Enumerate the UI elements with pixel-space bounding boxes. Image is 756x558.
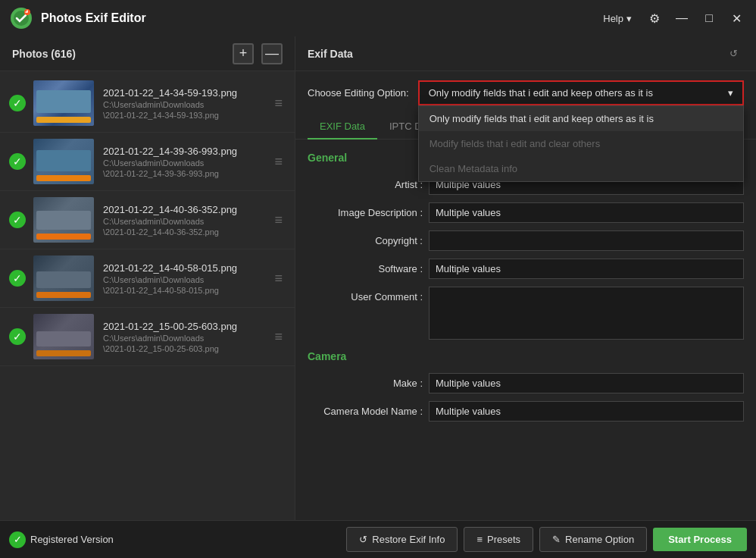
photo-thumbnail — [33, 139, 94, 184]
field-input-image-description[interactable] — [429, 202, 744, 223]
photo-menu-icon[interactable]: ≡ — [271, 209, 286, 231]
main-layout: Photos (616) + — ✓ 2021-01-22_14-34-59-1… — [0, 36, 756, 520]
settings-button[interactable]: ⚙ — [644, 8, 665, 29]
exif-data-title: Exif Data — [308, 48, 723, 60]
list-item[interactable]: ✓ 2021-01-22_14-34-59-193.png C:\Users\a… — [0, 74, 295, 133]
field-input-copyright[interactable] — [429, 230, 744, 251]
dropdown-item-1: Modify fields that i edit and clear othe… — [419, 131, 743, 156]
field-label-image-description: Image Description : — [308, 202, 429, 218]
field-label-software: Software : — [308, 259, 429, 274]
remove-photo-button[interactable]: — — [261, 43, 283, 64]
start-process-button[interactable]: Start Process — [653, 528, 747, 551]
list-item[interactable]: ✓ 2021-01-22_14-40-58-015.png C:\Users\a… — [0, 249, 295, 308]
field-textarea-user-comment[interactable] — [429, 287, 744, 340]
field-label-make: Make : — [308, 373, 429, 389]
restore-btn-label: Restore Exif Info — [372, 534, 445, 545]
photos-count-title: Photos (616) — [12, 48, 225, 60]
rename-btn-label: Rename Option — [565, 534, 634, 545]
chevron-down-icon: ▾ — [626, 13, 632, 24]
title-bar: Photos Exif Editor Help ▾ ⚙ — □ ✕ — [0, 0, 756, 36]
field-input-make[interactable] — [429, 373, 744, 393]
photo-path2: \2021-01-22_14-40-36-352.png — [103, 227, 271, 237]
help-menu[interactable]: Help ▾ — [603, 13, 632, 24]
app-logo — [9, 6, 33, 30]
tab-exif-data[interactable]: EXIF Data — [308, 114, 377, 140]
photo-path2: \2021-01-22_14-34-59-193.png — [103, 111, 271, 120]
photo-checkbox[interactable]: ✓ — [9, 95, 26, 111]
field-label-user-comment: User Comment : — [308, 287, 429, 303]
photo-menu-icon[interactable]: ≡ — [271, 92, 286, 114]
photo-menu-icon[interactable]: ≡ — [271, 326, 286, 348]
registered-icon: ✓ — [9, 531, 26, 548]
list-item[interactable]: ✓ 2021-01-22_14-39-36-993.png C:\Users\a… — [0, 133, 295, 191]
add-photo-button[interactable]: + — [233, 43, 254, 64]
presets-icon: ≡ — [476, 534, 483, 545]
dropdown-item-0[interactable]: Only modify fields that i edit and keep … — [419, 106, 743, 131]
bottom-bar: ✓ Registered Version ↺ Restore Exif Info… — [0, 520, 756, 558]
photo-thumbnail — [33, 80, 94, 126]
photo-checkbox[interactable]: ✓ — [9, 212, 26, 228]
photo-path1: C:\Users\admin\Downloads — [103, 158, 271, 168]
field-input-camera-model[interactable] — [429, 401, 744, 422]
list-item[interactable]: ✓ 2021-01-22_15-00-25-603.png C:\Users\a… — [0, 308, 295, 366]
photo-info: 2021-01-22_15-00-25-603.png C:\Users\adm… — [103, 321, 271, 353]
list-item[interactable]: ✓ 2021-01-22_14-40-36-352.png C:\Users\a… — [0, 191, 295, 249]
maximize-button[interactable]: □ — [698, 8, 720, 29]
restore-icon: ↺ — [359, 534, 367, 545]
field-input-software[interactable] — [429, 259, 744, 279]
editing-option-label: Choose Editing Option: — [308, 87, 409, 99]
registered-badge: ✓ Registered Version — [9, 531, 340, 548]
photo-menu-icon[interactable]: ≡ — [271, 268, 286, 290]
photo-checkbox[interactable]: ✓ — [9, 270, 26, 287]
field-row-make: Make : — [308, 373, 744, 393]
field-label-camera-model: Camera Model Name : — [308, 401, 429, 417]
photo-name: 2021-01-22_14-40-58-015.png — [103, 262, 271, 274]
close-button[interactable]: ✕ — [726, 8, 747, 29]
field-row-copyright: Copyright : — [308, 230, 744, 251]
rename-option-button[interactable]: ✎ Rename Option — [539, 527, 647, 552]
camera-section-title: Camera — [308, 350, 744, 362]
photo-name: 2021-01-22_14-34-59-193.png — [103, 87, 271, 99]
photo-path2: \2021-01-22_14-40-58-015.png — [103, 286, 271, 295]
editing-option-select-wrap: Only modify fields that i edit and keep … — [418, 80, 744, 105]
selected-option-text: Only modify fields that i edit and keep … — [429, 87, 653, 99]
photo-name: 2021-01-22_14-39-36-993.png — [103, 146, 271, 157]
help-label: Help — [603, 13, 623, 24]
editing-option-select[interactable]: Only modify fields that i edit and keep … — [418, 80, 744, 105]
presets-button[interactable]: ≡ Presets — [464, 527, 533, 552]
photo-path2: \2021-01-22_15-00-25-603.png — [103, 344, 271, 353]
photo-menu-icon[interactable]: ≡ — [271, 151, 286, 173]
right-panel-header: Exif Data ↺ — [295, 36, 756, 71]
app-title: Photos Exif Editor — [41, 11, 603, 25]
minimize-button[interactable]: — — [671, 8, 692, 29]
photo-info: 2021-01-22_14-34-59-193.png C:\Users\adm… — [103, 87, 271, 120]
photo-path1: C:\Users\admin\Downloads — [103, 100, 271, 109]
photo-name: 2021-01-22_14-40-36-352.png — [103, 204, 271, 215]
field-label-copyright: Copyright : — [308, 230, 429, 246]
restore-exif-info-button[interactable]: ↺ Restore Exif Info — [346, 527, 458, 552]
registered-label: Registered Version — [30, 534, 114, 545]
photo-path1: C:\Users\admin\Downloads — [103, 217, 271, 226]
photo-checkbox[interactable]: ✓ — [9, 153, 26, 170]
photo-thumbnail — [33, 255, 94, 301]
presets-btn-label: Presets — [487, 534, 520, 545]
rename-icon: ✎ — [552, 534, 561, 545]
right-panel: Exif Data ↺ Choose Editing Option: Only … — [295, 36, 756, 520]
photo-checkbox[interactable]: ✓ — [9, 328, 26, 345]
photo-name: 2021-01-22_15-00-25-603.png — [103, 321, 271, 332]
editing-option-row: Choose Editing Option: Only modify field… — [295, 71, 756, 114]
left-panel-header: Photos (616) + — — [0, 36, 295, 71]
dropdown-item-2: Clean Metadata info — [419, 156, 743, 181]
photo-path1: C:\Users\admin\Downloads — [103, 275, 271, 284]
field-row-software: Software : — [308, 259, 744, 279]
left-panel: Photos (616) + — ✓ 2021-01-22_14-34-59-1… — [0, 36, 295, 520]
field-row-camera-model: Camera Model Name : — [308, 401, 744, 422]
exif-content: General Artist : Image Description : Cop… — [295, 140, 756, 520]
refresh-icon[interactable]: ↺ — [723, 43, 744, 64]
photo-thumbnail — [33, 314, 94, 359]
photo-info: 2021-01-22_14-40-58-015.png C:\Users\adm… — [103, 262, 271, 295]
photo-list: ✓ 2021-01-22_14-34-59-193.png C:\Users\a… — [0, 71, 295, 520]
photo-info: 2021-01-22_14-39-36-993.png C:\Users\adm… — [103, 146, 271, 178]
photo-path2: \2021-01-22_14-39-36-993.png — [103, 169, 271, 178]
dropdown-chevron-icon: ▾ — [728, 87, 733, 99]
